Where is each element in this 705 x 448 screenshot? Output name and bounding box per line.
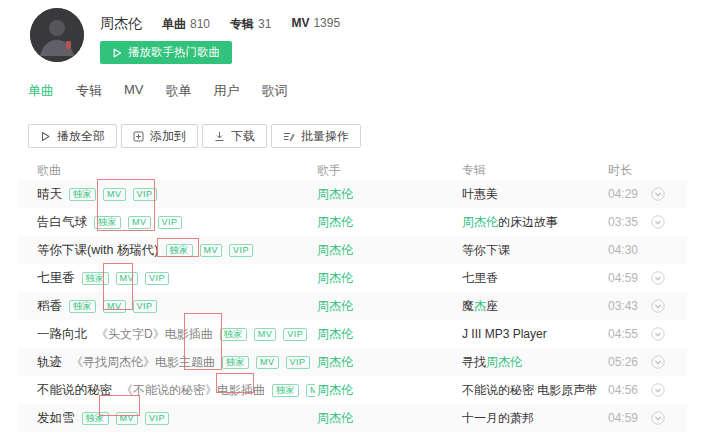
singer-link[interactable]: 周杰伦 [317, 326, 353, 343]
artist-stats: 单曲810专辑31MV1395 [162, 16, 340, 33]
artist-avatar[interactable] [30, 8, 84, 62]
tab-users[interactable]: 用户 [214, 82, 240, 100]
column-header-duration: 时长 [608, 162, 632, 179]
singer-link[interactable]: 周杰伦 [317, 186, 353, 203]
duration-cell: 04:30 [608, 236, 650, 264]
album-link[interactable]: 周杰伦的床边故事 [462, 214, 558, 231]
badge-mv: MV [256, 356, 279, 369]
song-subtitle: 《寻找周杰伦》电影主题曲 [71, 354, 215, 371]
badge-exclusive: 独家 [69, 188, 96, 201]
song-title[interactable]: 晴天 [37, 186, 62, 203]
table-row[interactable]: 轨迹《寻找周杰伦》电影主题曲独家MVVIP周杰伦寻找周杰伦05:26 [18, 348, 687, 376]
singer-link[interactable]: 周杰伦 [317, 242, 353, 259]
tab-songs[interactable]: 单曲 [28, 82, 54, 100]
tab-albums[interactable]: 专辑 [76, 82, 102, 100]
batch-icon [283, 131, 295, 142]
album-link[interactable]: 叶惠美 [462, 186, 498, 203]
play-all-button[interactable]: 播放全部 [28, 124, 117, 148]
album-link[interactable]: 十一月的萧邦 [462, 410, 534, 427]
song-title[interactable]: 告白气球 [37, 214, 87, 231]
tab-mv[interactable]: MV [124, 82, 144, 100]
table-header-row: 歌曲 歌手 专辑 时长 [18, 158, 687, 180]
singer-cell: 周杰伦 [317, 208, 457, 236]
more-cell [651, 348, 669, 376]
song-subtitle: 《不能说的秘密》电影插曲 [121, 382, 265, 399]
badge-vip: VIP [145, 412, 169, 425]
artist-meta: 周杰伦 单曲810专辑31MV1395 播放歌手热门歌曲 [100, 8, 340, 64]
singer-link[interactable]: 周杰伦 [317, 382, 353, 399]
duration-cell: 03:43 [608, 292, 650, 320]
add-to-button[interactable]: 添加到 [121, 124, 198, 148]
play-button-label: 播放歌手热门歌曲 [128, 45, 220, 60]
expand-chevron-circle-icon[interactable] [651, 383, 665, 397]
table-row[interactable]: 一路向北《头文字D》电影插曲独家MVVIP周杰伦J III MP3 Player… [18, 320, 687, 348]
song-cell: 一路向北《头文字D》电影插曲独家MVVIP [37, 320, 315, 348]
song-cell: 等你下课(with 杨瑞代)独家MVVIP [37, 236, 315, 264]
play-icon [112, 48, 122, 58]
badge-exclusive: 独家 [82, 272, 109, 285]
song-title[interactable]: 一路向北 [37, 326, 87, 343]
duration-cell: 04:55 [608, 320, 650, 348]
badge-mv: MV [103, 188, 126, 201]
expand-chevron-circle-icon[interactable] [651, 299, 665, 313]
expand-chevron-circle-icon[interactable] [651, 215, 665, 229]
expand-chevron-circle-icon[interactable] [651, 271, 665, 285]
singer-link[interactable]: 周杰伦 [317, 298, 353, 315]
table-row[interactable]: 发如雪独家MVVIP周杰伦十一月的萧邦04:59 [18, 404, 687, 432]
singer-link[interactable]: 周杰伦 [317, 354, 353, 371]
toolbar-button-label: 批量操作 [301, 128, 349, 145]
album-link[interactable]: 魔杰座 [462, 298, 498, 315]
badge-mv: MV [103, 300, 126, 313]
album-cell: 七里香 [462, 264, 604, 292]
table-row[interactable]: 不能说的秘密《不能说的秘密》电影插曲独家MVVIP周杰伦不能说的秘密 电影原声带… [18, 376, 687, 404]
album-text: 的床边故事 [498, 215, 558, 229]
table-row[interactable]: 稻香独家MVVIP周杰伦魔杰座03:43 [18, 292, 687, 320]
badge-exclusive: 独家 [272, 384, 299, 397]
tab-lyrics[interactable]: 歌词 [262, 82, 288, 100]
badge-vip: VIP [133, 300, 157, 313]
album-link[interactable]: 不能说的秘密 电影原声带 [462, 382, 597, 399]
album-link[interactable]: 寻找周杰伦 [462, 354, 522, 371]
expand-chevron-circle-icon[interactable] [651, 327, 665, 341]
toolbar-button-label: 下载 [231, 128, 255, 145]
badge-exclusive: 独家 [69, 300, 96, 313]
badge-vip: VIP [229, 244, 253, 257]
table-row[interactable]: 晴天独家MVVIP周杰伦叶惠美04:29 [18, 180, 687, 208]
album-text: J III MP3 Player [462, 327, 547, 341]
song-cell: 发如雪独家MVVIP [37, 404, 315, 432]
badge-vip: VIP [133, 188, 157, 201]
table-row[interactable]: 告白气球独家MVVIP周杰伦周杰伦的床边故事03:35 [18, 208, 687, 236]
singer-link[interactable]: 周杰伦 [317, 214, 353, 231]
singer-link[interactable]: 周杰伦 [317, 270, 353, 287]
album-link[interactable]: 七里香 [462, 270, 498, 287]
table-row[interactable]: 七里香独家MVVIP周杰伦七里香04:59 [18, 264, 687, 292]
expand-chevron-circle-icon[interactable] [651, 355, 665, 369]
song-cell: 不能说的秘密《不能说的秘密》电影插曲独家MVVIP [37, 376, 315, 404]
plus-icon [133, 131, 144, 142]
play-artist-hot-songs-button[interactable]: 播放歌手热门歌曲 [100, 41, 232, 64]
song-title[interactable]: 轨迹 [37, 354, 62, 371]
song-title[interactable]: 稻香 [37, 298, 62, 315]
download-button[interactable]: 下载 [202, 124, 267, 148]
tab-playlists[interactable]: 歌单 [166, 82, 192, 100]
artist-name[interactable]: 周杰伦 [100, 15, 142, 33]
singer-link[interactable]: 周杰伦 [317, 410, 353, 427]
table-row[interactable]: 等你下课(with 杨瑞代)独家MVVIP周杰伦等你下课04:30 [18, 236, 687, 264]
column-header-album: 专辑 [462, 162, 486, 179]
badge-vip: VIP [283, 328, 307, 341]
batch-button[interactable]: 批量操作 [271, 124, 361, 148]
song-title[interactable]: 七里香 [37, 270, 75, 287]
singer-cell: 周杰伦 [317, 264, 457, 292]
column-header-song: 歌曲 [37, 162, 61, 179]
song-title[interactable]: 不能说的秘密 [37, 382, 112, 399]
badge-exclusive: 独家 [222, 356, 249, 369]
singer-cell: 周杰伦 [317, 348, 457, 376]
expand-chevron-circle-icon[interactable] [651, 411, 665, 425]
expand-chevron-circle-icon[interactable] [651, 187, 665, 201]
album-link[interactable]: 等你下课 [462, 242, 510, 259]
album-link[interactable]: J III MP3 Player [462, 327, 547, 341]
album-cell: 十一月的萧邦 [462, 404, 604, 432]
song-title[interactable]: 等你下课(with 杨瑞代) [37, 242, 159, 259]
song-title[interactable]: 发如雪 [37, 410, 75, 427]
artist-stat-songs: 单曲810 [162, 16, 210, 33]
